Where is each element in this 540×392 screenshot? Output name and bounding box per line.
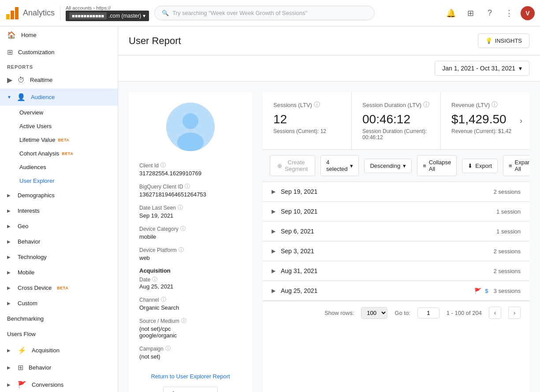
expand-all-button[interactable]: ≡ Expand All [503, 155, 529, 176]
acquisition-icon: ⚡ [18, 346, 26, 355]
profile-campaign: Campaign ⓘ (not set) [139, 345, 242, 360]
svg-point-5 [177, 133, 204, 151]
user-content: Client Id ⓘ 317282554.1629910769 BigQuer… [118, 81, 540, 392]
sidebar-item-benchmarking[interactable]: Benchmarking [0, 311, 118, 326]
account-selector[interactable]: ■■■■■■■■■■■ .com (master) ▾ [66, 11, 149, 21]
sidebar-item-acquisition[interactable]: ▶ ⚡ Acquisition [0, 342, 118, 359]
sidebar-item-audience[interactable]: ▼ 👤 Audience [0, 89, 118, 106]
sidebar-sub-active-users[interactable]: Active Users [19, 119, 118, 133]
page-prev-button[interactable]: ‹ [489, 307, 501, 319]
sidebar-realtime-label: Realtime [30, 77, 52, 83]
delete-user-button[interactable]: 🗑 Delete User [163, 387, 218, 392]
filter-chevron-icon: ▾ [350, 163, 353, 169]
account-master-label: .com (master) [108, 13, 141, 19]
session-count: 2 sessions [494, 248, 521, 255]
reports-section-label: REPORTS [0, 61, 118, 71]
bigquery-id-help-icon[interactable]: ⓘ [185, 183, 190, 190]
sidebar-item-conversions[interactable]: ▶ 🚩 Conversions [0, 376, 118, 392]
date-last-seen-help-icon[interactable]: ⓘ [178, 204, 183, 211]
svg-rect-0 [6, 14, 10, 19]
sidebar-item-mobile[interactable]: ▶ Mobile [0, 265, 118, 280]
session-count: 3 sessions [494, 288, 521, 294]
revenue-help-icon[interactable]: ⓘ [492, 101, 498, 109]
sidebar-item-geo[interactable]: ▶ Geo [0, 218, 118, 234]
client-id-help-icon[interactable]: ⓘ [160, 162, 166, 169]
acquisition-date-help-icon[interactable]: ⓘ [152, 276, 157, 283]
campaign-help-icon[interactable]: ⓘ [165, 345, 171, 352]
create-segment-label: Create Segment [285, 159, 308, 172]
table-row[interactable]: ▶ Sep 10, 2021 1 session [263, 202, 529, 222]
sidebar-sub-audiences[interactable]: Audiences [19, 160, 118, 174]
sidebar-item-behavior[interactable]: ▶ Behavior [0, 234, 118, 249]
apps-icon[interactable]: ⊞ [462, 5, 478, 21]
sidebar-cross-device-label: Cross Device [18, 285, 52, 291]
date-range-chevron-icon: ▾ [519, 65, 522, 72]
session-count: 1 session [496, 208, 521, 215]
svg-point-4 [182, 113, 198, 129]
sidebar-item-technology[interactable]: ▶ Technology [0, 249, 118, 265]
sidebar: 🏠 Home ⊞ Customization REPORTS ▶ ⏱ Realt… [0, 26, 118, 392]
channel-help-icon[interactable]: ⓘ [161, 296, 166, 303]
session-date: Sep 19, 2021 [281, 188, 494, 195]
sidebar-technology-label: Technology [18, 254, 47, 260]
sidebar-item-users-flow[interactable]: Users Flow [0, 326, 118, 342]
top-nav: Analytics All accounts › https:// ■■■■■■… [0, 0, 540, 26]
sidebar-item-interests[interactable]: ▶ Interests [0, 203, 118, 218]
sort-dropdown[interactable]: Descending ▾ [364, 159, 412, 173]
session-date: Aug 25, 2021 [281, 287, 474, 294]
sidebar-item-customization[interactable]: ⊞ Customization [0, 44, 118, 61]
session-count: 2 sessions [494, 189, 521, 195]
create-segment-button[interactable]: ⊕ Create Segment [270, 155, 315, 176]
table-row[interactable]: ▶ Aug 31, 2021 2 sessions [263, 261, 529, 281]
search-bar[interactable]: 🔍 Try searching "Week over Week Growth o… [154, 6, 375, 20]
sidebar-item-home[interactable]: 🏠 Home [0, 26, 118, 44]
filter-dropdown[interactable]: 4 selected ▾ [320, 155, 359, 176]
sidebar-behavior-label: Behavior [18, 238, 40, 245]
sessions-toolbar: ⊕ Create Segment 4 selected ▾ Descending… [263, 150, 529, 182]
table-row[interactable]: ▶ Sep 6, 2021 1 session [263, 222, 529, 241]
sidebar-item-cross-device[interactable]: ▶ Cross Device BETA [0, 280, 118, 296]
date-range-bar: Jan 1, 2021 - Oct 31, 2021 ▾ [118, 55, 540, 81]
sidebar-sub-cohort-analysis[interactable]: Cohort Analysis BETA [19, 147, 118, 160]
help-icon[interactable]: ? [482, 5, 498, 21]
rows-per-page-select[interactable]: 100 25 50 500 [361, 307, 387, 319]
sessions-help-icon[interactable]: ⓘ [314, 101, 320, 109]
session-row-expand-icon: ▶ [272, 248, 276, 254]
date-range-button[interactable]: Jan 1, 2021 - Oct 31, 2021 ▾ [435, 61, 529, 76]
session-duration-current: Session Duration (Current): 00:46:12 [362, 128, 430, 141]
sidebar-item-realtime[interactable]: ▶ ⏱ Realtime [0, 71, 118, 89]
return-to-report-link[interactable]: Return to User Explorer Report [151, 373, 230, 380]
sidebar-item-behavior2[interactable]: ▶ ⊞ Behavior [0, 359, 118, 376]
goto-input[interactable] [417, 307, 439, 318]
page-next-button[interactable]: › [508, 307, 521, 319]
more-options-icon[interactable]: ⋮ [501, 5, 517, 21]
session-duration-value: 00:46:12 [362, 112, 430, 126]
table-row[interactable]: ▶ Sep 3, 2021 2 sessions [263, 241, 529, 261]
sidebar-cohort-beta: BETA [62, 152, 73, 156]
expand-all-icon: ≡ [509, 163, 512, 169]
export-button[interactable]: ⬇ Export [462, 159, 498, 173]
account-name-hidden: ■■■■■■■■■■■ [69, 12, 107, 19]
session-row-expand-icon: ▶ [272, 189, 276, 195]
device-platform-help-icon[interactable]: ⓘ [179, 246, 184, 254]
insights-button[interactable]: 💡 INSIGHTS [478, 33, 529, 48]
source-medium-help-icon[interactable]: ⓘ [181, 317, 186, 325]
table-row[interactable]: ▶ Sep 19, 2021 2 sessions [263, 182, 529, 202]
device-category-help-icon[interactable]: ⓘ [180, 225, 186, 233]
page-info: 1 - 100 of 204 [447, 310, 482, 316]
user-avatar[interactable]: V [521, 6, 535, 20]
table-row[interactable]: ▶ Aug 25, 2021 🚩 $ 3 sessions [263, 281, 529, 301]
breadcrumb[interactable]: All accounts › https:// ■■■■■■■■■■■ .com… [66, 5, 149, 21]
audience-submenu: Overview Active Users Lifetime Value BET… [0, 106, 118, 188]
sidebar-sub-overview[interactable]: Overview [19, 106, 118, 119]
sidebar-sub-lifetime-value[interactable]: Lifetime Value BETA [19, 133, 118, 147]
sessions-panel: Sessions (LTV) ⓘ 12 Sessions (Current): … [263, 92, 529, 392]
channel-value: Organic Search [139, 304, 242, 311]
collapse-all-button[interactable]: ≡ Collapse All [417, 155, 457, 176]
notifications-icon[interactable]: 🔔 [443, 5, 459, 21]
session-duration-help-icon[interactable]: ⓘ [423, 101, 429, 109]
sidebar-sub-user-explorer[interactable]: User Explorer [19, 174, 118, 188]
sidebar-item-demographics[interactable]: ▶ Demographics [0, 188, 118, 203]
revenue-arrow-icon[interactable]: › [520, 116, 522, 126]
sidebar-item-custom[interactable]: ▶ Custom [0, 296, 118, 311]
